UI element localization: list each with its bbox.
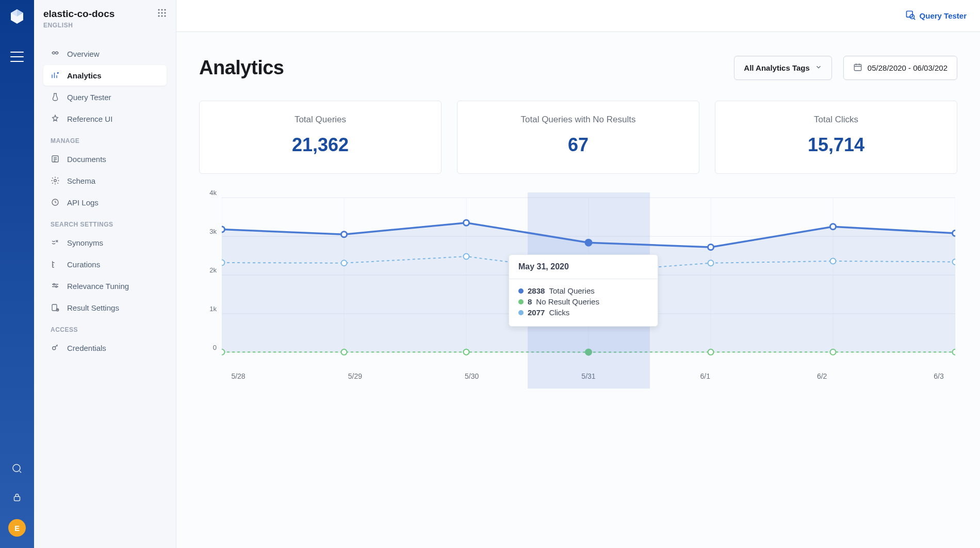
sidebar-item-analytics[interactable]: Analytics xyxy=(43,65,167,86)
tooltip-label: Clicks xyxy=(549,308,569,317)
svg-point-48 xyxy=(830,349,836,355)
sidebar-item-label: Overview xyxy=(67,50,100,58)
svg-point-7 xyxy=(164,12,166,13)
tooltip-dot-icon xyxy=(518,299,524,304)
svg-point-10 xyxy=(164,15,166,17)
sidebar-item-overview[interactable]: Overview xyxy=(43,43,167,64)
metric-label: Total Clicks xyxy=(726,115,946,125)
svg-point-6 xyxy=(161,12,162,13)
svg-point-56 xyxy=(953,259,956,265)
hamburger-menu-icon[interactable] xyxy=(10,52,24,62)
chart-y-tick: 1k xyxy=(209,305,217,313)
calendar-icon xyxy=(853,62,862,73)
sidebar-item-label: Documents xyxy=(67,155,106,164)
metric-value: 15,714 xyxy=(726,134,946,156)
svg-point-39 xyxy=(585,239,592,246)
chart-y-tick: 4k xyxy=(209,189,217,197)
svg-point-50 xyxy=(222,260,225,266)
sidebar-item-reference-ui[interactable]: Reference UI xyxy=(43,108,167,129)
sidebar-section-label: MANAGE xyxy=(43,130,167,149)
sidebar-item-credentials[interactable]: Credentials xyxy=(43,337,167,358)
sidebar-item-synonyms[interactable]: Synonyms xyxy=(43,232,167,253)
sidebar-section-label: SEARCH SETTINGS xyxy=(43,214,167,232)
sidebar-item-icon xyxy=(51,92,60,102)
chart-x-tick: 6/3 xyxy=(923,372,954,380)
svg-point-43 xyxy=(222,349,225,355)
sidebar-item-icon xyxy=(51,343,60,352)
sidebar-item-api-logs[interactable]: API Logs xyxy=(43,192,167,213)
metric-card[interactable]: Total Queries21,362 xyxy=(199,101,442,174)
sidebar-item-schema[interactable]: Schema xyxy=(43,170,167,191)
metric-label: Total Queries xyxy=(210,115,431,125)
metric-card[interactable]: Total Queries with No Results67 xyxy=(457,101,699,174)
sidebar-item-icon xyxy=(51,260,60,269)
sidebar-item-icon xyxy=(51,281,60,291)
user-avatar[interactable]: E xyxy=(8,519,26,537)
svg-point-44 xyxy=(341,349,347,355)
engine-language: ENGLISH xyxy=(43,22,115,29)
tags-filter-button[interactable]: All Analytics Tags xyxy=(734,56,832,80)
tooltip-row: 2077 Clicks xyxy=(518,308,648,317)
engine-name: elastic-co-docs xyxy=(43,8,115,20)
svg-point-42 xyxy=(953,231,956,236)
svg-point-20 xyxy=(53,347,56,350)
svg-point-9 xyxy=(161,15,162,17)
sidebar-item-label: Schema xyxy=(67,176,95,185)
svg-point-46 xyxy=(585,349,592,355)
metric-card[interactable]: Total Clicks15,714 xyxy=(715,101,957,174)
chart-y-tick: 0 xyxy=(213,344,217,351)
shield-lock-icon[interactable] xyxy=(10,490,24,505)
tooltip-value: 2838 xyxy=(528,286,545,295)
chart-x-tick: 5/31 xyxy=(573,372,604,380)
sidebar: elastic-co-docs ENGLISH OverviewAnalytic… xyxy=(34,0,176,548)
svg-point-51 xyxy=(341,260,347,266)
svg-point-37 xyxy=(341,232,347,237)
date-range-label: 05/28/2020 - 06/03/202 xyxy=(868,63,948,72)
tooltip-value: 2077 xyxy=(528,308,545,317)
sidebar-item-label: API Logs xyxy=(67,198,99,207)
sidebar-item-label: Result Settings xyxy=(67,303,119,312)
query-tester-icon xyxy=(905,10,916,22)
svg-point-11 xyxy=(53,52,55,54)
svg-point-52 xyxy=(464,254,469,260)
svg-point-38 xyxy=(464,220,469,225)
chart-x-tick: 5/30 xyxy=(456,372,487,380)
svg-point-40 xyxy=(708,245,714,250)
chart-x-tick: 5/28 xyxy=(223,372,254,380)
sidebar-item-query-tester[interactable]: Query Tester xyxy=(43,87,167,107)
svg-point-47 xyxy=(708,349,714,355)
svg-point-3 xyxy=(161,9,162,10)
main-content: Query Tester Analytics All Analytics Tag… xyxy=(176,0,980,548)
tooltip-dot-icon xyxy=(518,310,524,315)
search-chat-icon[interactable] xyxy=(10,461,24,476)
sidebar-item-icon xyxy=(51,154,60,164)
date-range-button[interactable]: 05/28/2020 - 06/03/202 xyxy=(843,56,957,80)
svg-point-2 xyxy=(158,9,159,10)
sidebar-item-icon xyxy=(51,114,60,123)
sidebar-item-icon xyxy=(51,198,60,207)
sidebar-section-label: ACCESS xyxy=(43,319,167,337)
query-tester-link[interactable]: Query Tester xyxy=(905,10,967,22)
svg-rect-23 xyxy=(854,65,861,71)
query-tester-label: Query Tester xyxy=(920,11,967,20)
svg-point-36 xyxy=(222,227,225,232)
sidebar-item-icon xyxy=(51,176,60,185)
sidebar-item-curations[interactable]: Curations xyxy=(43,254,167,275)
sidebar-item-icon xyxy=(51,49,60,58)
sidebar-item-documents[interactable]: Documents xyxy=(43,149,167,169)
chart-x-tick: 6/1 xyxy=(690,372,721,380)
tooltip-row: 8 No Result Queries xyxy=(518,297,648,306)
svg-point-55 xyxy=(830,259,836,264)
page-title: Analytics xyxy=(199,57,284,79)
sidebar-item-result-settings[interactable]: Result Settings xyxy=(43,297,167,318)
svg-point-12 xyxy=(56,52,58,54)
sidebar-item-relevance-tuning[interactable]: Relevance Tuning xyxy=(43,276,167,296)
apps-grid-icon[interactable] xyxy=(157,8,167,20)
svg-point-41 xyxy=(830,224,836,230)
svg-point-0 xyxy=(13,464,20,472)
tooltip-row: 2838 Total Queries xyxy=(518,286,648,295)
chart-y-tick: 2k xyxy=(209,266,217,274)
chart-tooltip: May 31, 2020 2838 Total Queries8 No Resu… xyxy=(509,254,658,327)
svg-point-14 xyxy=(54,180,57,182)
tooltip-value: 8 xyxy=(528,297,532,306)
